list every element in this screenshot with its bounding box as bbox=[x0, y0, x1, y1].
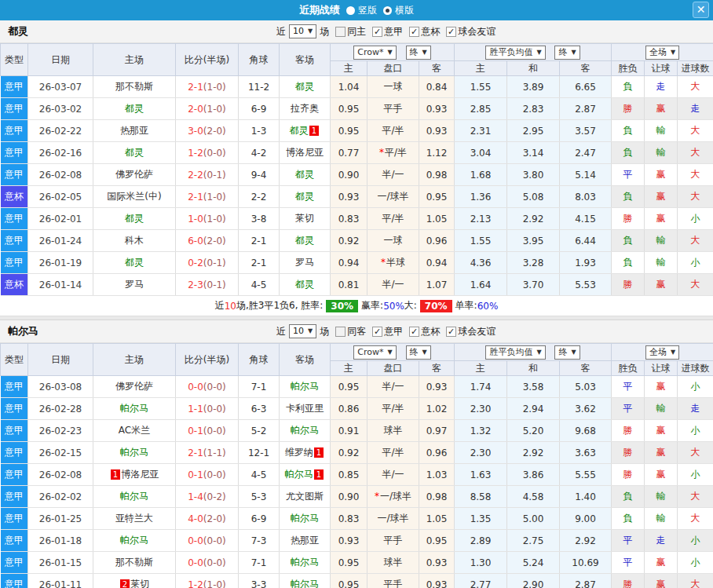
col-score: 比分(半场) bbox=[176, 344, 239, 376]
handicap-result-value: 輸 bbox=[656, 403, 666, 414]
radio-horizontal-label[interactable]: 横版 bbox=[395, 4, 414, 17]
score-cell: 2-3(0-1) bbox=[176, 274, 239, 296]
date-cell: 26-02-22 bbox=[28, 120, 93, 142]
match-row: 意甲26-02-28帕尔马1-1(0-0)6-3卡利亚里0.86平/半1.022… bbox=[1, 398, 713, 420]
halftime-score: (2-0) bbox=[203, 126, 226, 137]
home-odds-cell: 0.95 bbox=[331, 120, 367, 142]
home-team-cell: 佛罗伦萨 bbox=[93, 376, 176, 398]
mean-final-select[interactable]: 终▼ bbox=[554, 46, 580, 60]
col-score: 比分(半场) bbox=[176, 44, 239, 76]
home-odds-cell: 1.04 bbox=[331, 76, 367, 98]
fulltime-score: 1-2 bbox=[188, 148, 203, 159]
date-cell: 26-02-05 bbox=[28, 186, 93, 208]
corner-cell: 2-2 bbox=[239, 186, 280, 208]
league-checkbox-friendly[interactable]: ✓ bbox=[446, 327, 456, 337]
home-team-name: AC米兰 bbox=[119, 425, 150, 436]
mean-header-cell: 胜平负均值▼ 终▼ bbox=[455, 44, 612, 61]
goals-value: 小 bbox=[691, 425, 700, 436]
close-button[interactable]: ✕ bbox=[693, 2, 709, 18]
same-venue-checkbox[interactable] bbox=[335, 327, 346, 337]
halftime-score: (0-0) bbox=[203, 404, 226, 415]
league-type-cell: 意甲 bbox=[1, 230, 28, 252]
mean-type-select[interactable]: 胜平负均值▼ bbox=[485, 46, 545, 60]
handicap-result-value: 輸 bbox=[656, 513, 666, 524]
result-cell: 平 bbox=[612, 552, 645, 574]
away-team-cell: 帕尔马 bbox=[280, 508, 331, 530]
league-checkbox-coppa[interactable]: ✓ bbox=[409, 27, 419, 37]
mean-draw-cell: 3.58 bbox=[507, 376, 560, 398]
mean-draw-cell: 4.58 bbox=[507, 486, 560, 508]
goals-value: 大 bbox=[691, 147, 700, 158]
score-cell: 1-2(1-0) bbox=[176, 574, 239, 588]
match-row: 意甲26-02-08佛罗伦萨2-2(0-1)9-4都灵0.90半/一0.981.… bbox=[1, 164, 713, 186]
match-row: 意甲26-03-08佛罗伦萨0-0(0-0)7-1帕尔马0.95半/一0.931… bbox=[1, 376, 713, 398]
home-odds-cell: 0.95 bbox=[331, 376, 367, 398]
league-checkbox-serie-a[interactable]: ✓ bbox=[372, 27, 382, 37]
radio-vertical-label[interactable]: 竖版 bbox=[358, 4, 377, 17]
goals-cell: 大 bbox=[678, 486, 713, 508]
league-label-friendly: 球会友谊 bbox=[458, 25, 495, 38]
mean-draw-cell: 3.95 bbox=[507, 230, 560, 252]
date-cell: 26-03-07 bbox=[28, 76, 93, 98]
mean-home-cell: 4.36 bbox=[455, 252, 507, 274]
result-cell: 負 bbox=[612, 252, 645, 274]
mean-away-cell: 8.03 bbox=[560, 186, 612, 208]
col-result: 胜负 bbox=[612, 61, 645, 76]
home-odds-cell: 0.86 bbox=[331, 398, 367, 420]
goals-cell: 小 bbox=[678, 552, 713, 574]
team-name: 都灵 bbox=[8, 24, 28, 38]
home-team-cell: 那不勒斯 bbox=[93, 552, 176, 574]
mean-home-cell: 2.89 bbox=[455, 530, 507, 552]
score-cell: 6-0(2-0) bbox=[176, 230, 239, 252]
home-team-cell: 国际米兰(中) bbox=[93, 186, 176, 208]
result-cell: 勝 bbox=[612, 208, 645, 230]
bookmaker-select[interactable]: Crow*▼ bbox=[353, 46, 396, 60]
mean-draw-cell: 5.24 bbox=[507, 552, 560, 574]
bookmaker-select[interactable]: Crow*▼ bbox=[353, 345, 396, 360]
corner-cell: 5-3 bbox=[239, 486, 280, 508]
scope-select[interactable]: 全场▼ bbox=[645, 46, 679, 60]
corner-cell: 4-2 bbox=[239, 142, 280, 164]
home-odds-cell: 0.92 bbox=[331, 442, 367, 464]
mean-final-select[interactable]: 终▼ bbox=[554, 345, 580, 360]
league-checkbox-friendly[interactable]: ✓ bbox=[446, 27, 456, 37]
home-odds-cell: 0.92 bbox=[331, 230, 367, 252]
league-type-cell: 意甲 bbox=[1, 252, 28, 274]
corner-cell: 6-3 bbox=[239, 398, 280, 420]
handicap-result-cell: 赢 bbox=[645, 574, 678, 588]
handicap-result-value: 赢 bbox=[656, 557, 666, 568]
score-cell: 2-1(1-0) bbox=[176, 76, 239, 98]
recent-count-select[interactable]: 10▼ bbox=[289, 324, 316, 338]
scope-select[interactable]: 全场▼ bbox=[645, 345, 679, 360]
halftime-score: (0-0) bbox=[203, 469, 226, 480]
home-team-name: 佛罗伦萨 bbox=[115, 381, 153, 392]
mean-type-select[interactable]: 胜平负均值▼ bbox=[485, 345, 545, 360]
result-value: 平 bbox=[623, 403, 633, 414]
handicap-value: 平/半 bbox=[382, 125, 404, 136]
mean-home-cell: 2.85 bbox=[455, 98, 507, 120]
handicap-cell: 平手 bbox=[367, 530, 419, 552]
league-type-cell: 意甲 bbox=[1, 164, 28, 186]
handicap-result-cell: 輸 bbox=[645, 142, 678, 164]
result-value: 負 bbox=[623, 235, 633, 246]
league-type-cell: 意甲 bbox=[1, 208, 28, 230]
home-team-name: 都灵 bbox=[125, 257, 144, 268]
home-team-cell: 帕尔马 bbox=[93, 442, 176, 464]
radio-vertical[interactable] bbox=[346, 6, 355, 15]
result-value: 勝 bbox=[623, 425, 633, 436]
league-checkbox-serie-a[interactable]: ✓ bbox=[372, 327, 382, 337]
fulltime-score: 1-0 bbox=[188, 214, 203, 225]
date-cell: 26-01-11 bbox=[28, 574, 93, 588]
same-venue-checkbox[interactable] bbox=[335, 27, 346, 37]
odds-final-select[interactable]: 终▼ bbox=[406, 46, 431, 60]
result-cell: 勝 bbox=[612, 274, 645, 296]
league-checkbox-coppa[interactable]: ✓ bbox=[409, 327, 419, 337]
goals-cell: 大 bbox=[678, 120, 713, 142]
recent-count-select[interactable]: 10▼ bbox=[289, 24, 316, 38]
odds-final-select[interactable]: 终▼ bbox=[406, 345, 431, 360]
mean-home-cell: 1.32 bbox=[455, 420, 507, 442]
league-type-cell: 意甲 bbox=[1, 574, 28, 588]
radio-horizontal[interactable] bbox=[383, 6, 392, 15]
home-team-name: 莱切 bbox=[130, 579, 149, 588]
mean-away-cell: 2.87 bbox=[560, 574, 612, 588]
